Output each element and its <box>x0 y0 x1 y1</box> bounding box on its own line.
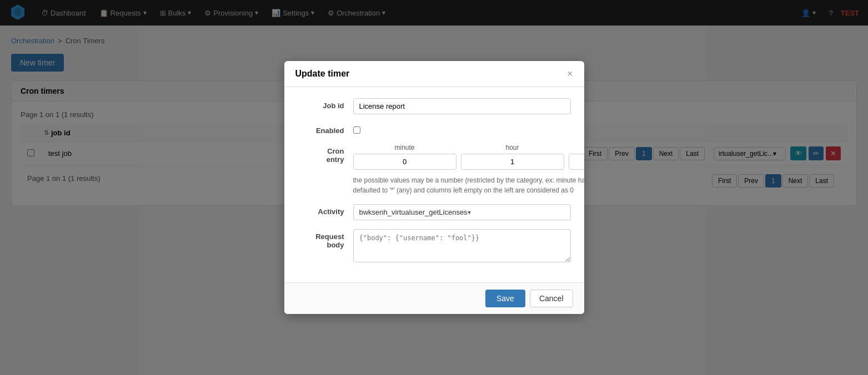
activity-select[interactable]: bwksenh_virtualuser_getLicenses ▾ <box>353 204 571 220</box>
cancel-button[interactable]: Cancel <box>530 290 573 307</box>
activity-group: Activity bwksenh_virtualuser_getLicenses… <box>298 204 571 220</box>
activity-label: Activity <box>298 204 353 216</box>
modal-body: Job id Enabled Cronentry minute hour day… <box>284 87 584 282</box>
cron-day-input[interactable] <box>569 154 584 170</box>
update-timer-modal: Update timer × Job id Enabled Cronentry … <box>284 61 584 314</box>
activity-chevron-icon: ▾ <box>468 209 565 216</box>
cron-column-labels: minute hour day month year <box>353 144 584 151</box>
cron-help-text: the possible values may be a number (res… <box>353 175 584 195</box>
cron-hour-label: hour <box>461 144 564 151</box>
enabled-group: Enabled <box>298 123 571 135</box>
cron-minute-input[interactable] <box>353 154 456 170</box>
request-body-label: Requestbody <box>298 229 353 249</box>
modal-title: Update timer <box>295 69 350 79</box>
cron-entry-container: minute hour day month year the possible … <box>353 144 584 195</box>
modal-overlay: Update timer × Job id Enabled Cronentry … <box>0 0 868 375</box>
cron-entry-label: Cronentry <box>298 144 353 164</box>
request-body-group: Requestbody <box>298 229 571 262</box>
job-id-group: Job id <box>298 98 571 114</box>
activity-value: bwksenh_virtualuser_getLicenses <box>359 208 468 216</box>
job-id-label: Job id <box>298 98 353 110</box>
cron-inputs <box>353 154 584 170</box>
cron-hour-input[interactable] <box>461 154 564 170</box>
enabled-label: Enabled <box>298 123 353 135</box>
modal-header: Update timer × <box>284 61 584 87</box>
request-body-textarea[interactable] <box>353 229 571 262</box>
cron-day-label: day <box>569 144 584 151</box>
job-id-input[interactable] <box>353 98 571 114</box>
save-button[interactable]: Save <box>485 290 525 307</box>
modal-close-button[interactable]: × <box>567 69 573 79</box>
modal-footer: Save Cancel <box>284 282 584 314</box>
cron-minute-label: minute <box>353 144 456 151</box>
cron-entry-group: Cronentry minute hour day month year <box>298 144 571 195</box>
enabled-checkbox[interactable] <box>353 126 360 134</box>
